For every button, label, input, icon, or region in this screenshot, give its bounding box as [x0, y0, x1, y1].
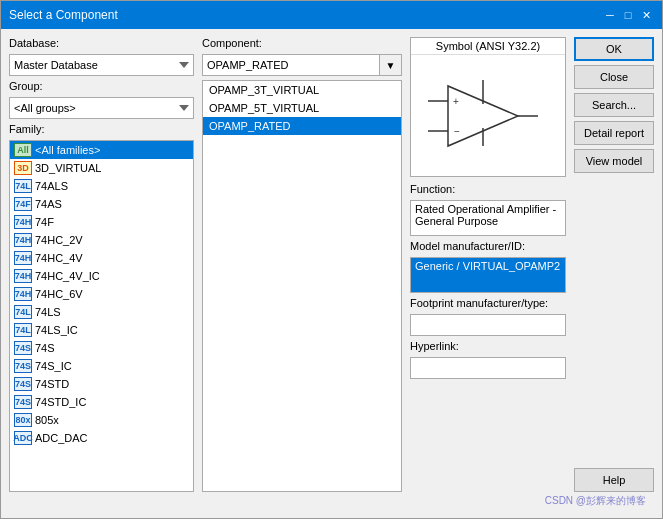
family-item-label: 74ALS	[35, 180, 68, 192]
family-item[interactable]: All<All families>	[10, 141, 193, 159]
family-icon: 3D	[14, 161, 32, 175]
info-section: Function: Rated Operational Amplifier - …	[410, 183, 566, 492]
component-list: OPAMP_3T_VIRTUALOPAMP_5T_VIRTUALOPAMP_RA…	[202, 80, 402, 492]
database-select[interactable]: Master Database	[9, 54, 194, 76]
dialog-title: Select a Component	[9, 8, 118, 22]
footprint-box	[410, 314, 566, 336]
family-icon: 80x	[14, 413, 32, 427]
right-panel: Symbol (ANSI Y32.2) +	[410, 37, 566, 492]
buttons-panel: OK Close Search... Detail report View mo…	[574, 37, 654, 492]
function-label: Function:	[410, 183, 566, 195]
left-panel: Database: Master Database Group: <All gr…	[9, 37, 194, 492]
family-icon: 74S	[14, 341, 32, 355]
family-icon: 74F	[14, 197, 32, 211]
family-item[interactable]: 80x805x	[10, 411, 193, 429]
component-search-input[interactable]	[203, 55, 379, 75]
search-button[interactable]: Search...	[574, 93, 654, 117]
component-item[interactable]: OPAMP_3T_VIRTUAL	[203, 81, 401, 99]
function-box: Rated Operational Amplifier - General Pu…	[410, 200, 566, 236]
model-label: Model manufacturer/ID:	[410, 240, 566, 252]
family-item[interactable]: 74H74HC_6V	[10, 285, 193, 303]
hyperlink-box	[410, 357, 566, 379]
title-bar-controls: ─ □ ✕	[602, 7, 654, 23]
family-item[interactable]: 74S74STD	[10, 375, 193, 393]
family-item-label: 74F	[35, 216, 54, 228]
family-item[interactable]: 74S74STD_IC	[10, 393, 193, 411]
family-item-label: 74S	[35, 342, 55, 354]
family-item[interactable]: 74L74LS_IC	[10, 321, 193, 339]
watermark: CSDN @彭辉来的博客	[0, 494, 654, 512]
family-item[interactable]: ADCADC_DAC	[10, 429, 193, 447]
family-item-label: 805x	[35, 414, 59, 426]
family-icon: All	[14, 143, 32, 157]
symbol-title: Symbol (ANSI Y32.2)	[411, 38, 565, 55]
family-item-label: 3D_VIRTUAL	[35, 162, 101, 174]
family-item-label: ADC_DAC	[35, 432, 88, 444]
close-title-button[interactable]: ✕	[638, 7, 654, 23]
close-button[interactable]: Close	[574, 65, 654, 89]
family-item[interactable]: 74H74HC_4V	[10, 249, 193, 267]
family-item[interactable]: 74H74HC_4V_IC	[10, 267, 193, 285]
family-icon: 74H	[14, 215, 32, 229]
family-item-label: 74S_IC	[35, 360, 72, 372]
family-icon: 74L	[14, 179, 32, 193]
database-label: Database:	[9, 37, 194, 49]
family-item-label: 74AS	[35, 198, 62, 210]
family-item-label: 74HC_4V_IC	[35, 270, 100, 282]
family-icon: 74H	[14, 233, 32, 247]
family-item[interactable]: 3D3D_VIRTUAL	[10, 159, 193, 177]
symbol-canvas: + −	[411, 55, 565, 176]
family-list: All<All families>3D3D_VIRTUAL74L74ALS74F…	[9, 140, 194, 492]
component-search-dropdown[interactable]: ▼	[379, 55, 401, 75]
family-item-label: 74LS_IC	[35, 324, 78, 336]
family-icon: 74S	[14, 395, 32, 409]
family-item-label: 74STD_IC	[35, 396, 86, 408]
family-item-label: 74HC_4V	[35, 252, 83, 264]
model-box: Generic / VIRTUAL_OPAMP2	[410, 257, 566, 293]
family-icon: 74L	[14, 305, 32, 319]
component-search-box: ▼	[202, 54, 402, 76]
group-select[interactable]: <All groups>	[9, 97, 194, 119]
dialog: Select a Component ─ □ ✕ Database: Maste…	[0, 0, 663, 519]
family-item-label: <All families>	[35, 144, 100, 156]
family-item-label: 74LS	[35, 306, 61, 318]
opamp-symbol-svg: + −	[428, 76, 548, 156]
family-icon: 74H	[14, 287, 32, 301]
family-icon: 74H	[14, 251, 32, 265]
view-model-button[interactable]: View model	[574, 149, 654, 173]
maximize-button[interactable]: □	[620, 7, 636, 23]
family-item[interactable]: 74S74S	[10, 339, 193, 357]
footprint-label: Footprint manufacturer/type:	[410, 297, 566, 309]
title-bar: Select a Component ─ □ ✕	[1, 1, 662, 29]
family-item[interactable]: 74H74F	[10, 213, 193, 231]
family-item[interactable]: 74S74S_IC	[10, 357, 193, 375]
family-icon: ADC	[14, 431, 32, 445]
family-icon: 74S	[14, 359, 32, 373]
family-item[interactable]: 74H74HC_2V	[10, 231, 193, 249]
family-item-label: 74HC_6V	[35, 288, 83, 300]
svg-text:−: −	[454, 126, 460, 137]
family-item[interactable]: 74F74AS	[10, 195, 193, 213]
family-icon: 74H	[14, 269, 32, 283]
family-icon: 74L	[14, 323, 32, 337]
group-label: Group:	[9, 80, 194, 92]
component-item[interactable]: OPAMP_RATED	[203, 117, 401, 135]
minimize-button[interactable]: ─	[602, 7, 618, 23]
family-icon: 74S	[14, 377, 32, 391]
component-label: Component:	[202, 37, 402, 49]
component-item[interactable]: OPAMP_5T_VIRTUAL	[203, 99, 401, 117]
help-button[interactable]: Help	[574, 468, 654, 492]
ok-button[interactable]: OK	[574, 37, 654, 61]
svg-text:+: +	[453, 96, 459, 107]
detail-report-button[interactable]: Detail report	[574, 121, 654, 145]
symbol-area: Symbol (ANSI Y32.2) +	[410, 37, 566, 177]
family-item-label: 74HC_2V	[35, 234, 83, 246]
family-item[interactable]: 74L74ALS	[10, 177, 193, 195]
family-item[interactable]: 74L74LS	[10, 303, 193, 321]
main-content: Database: Master Database Group: <All gr…	[1, 29, 662, 500]
family-item-label: 74STD	[35, 378, 69, 390]
family-label: Family:	[9, 123, 194, 135]
middle-panel: Component: ▼ OPAMP_3T_VIRTUALOPAMP_5T_VI…	[202, 37, 402, 492]
hyperlink-label: Hyperlink:	[410, 340, 566, 352]
